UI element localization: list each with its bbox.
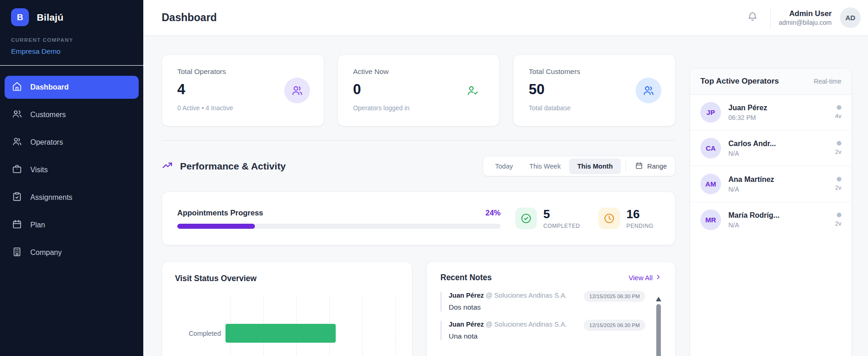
calendar-icon [12, 219, 22, 231]
top-header: Dashboard Admin User admin@bilaju.com AD [143, 0, 868, 36]
avatar[interactable]: AD [840, 7, 861, 28]
building-icon [12, 247, 22, 259]
check-circle-icon [515, 208, 537, 229]
operator-status: 2v [835, 141, 841, 155]
clipboard-check-icon [12, 192, 22, 203]
note-author: Juan Pérez [449, 321, 484, 328]
sidebar-item-label: Plan [30, 221, 45, 229]
stat-card-total-operators: Total Operators 4 0 Active • 4 Inactive [162, 54, 324, 126]
page-title: Dashboard [162, 11, 217, 24]
operator-time: N/A [728, 150, 835, 157]
view-all-link[interactable]: View All [629, 274, 661, 282]
operator-avatar: CA [700, 138, 721, 158]
tabs-divider [626, 161, 626, 172]
progress-track [177, 224, 501, 229]
operator-info: Juan Pérez 06:32 PM [728, 104, 835, 121]
users-icon [12, 136, 22, 148]
header-actions: Admin User admin@bilaju.com AD [744, 7, 861, 28]
operator-time: 06:32 PM [728, 114, 835, 121]
operator-row[interactable]: CA Carlos Andr... N/A 2v [690, 130, 851, 166]
current-company-link[interactable]: Empresa Demo [11, 47, 132, 56]
note-timestamp: 12/15/2025 06:30 PM [584, 320, 645, 331]
progress-block: Appointments Progress 24% [177, 209, 501, 229]
completed-label: COMPLETED [543, 223, 580, 229]
note-text: Una nota [449, 332, 574, 340]
user-meta: Admin User admin@bilaju.com [779, 9, 832, 26]
sidebar-item-operators[interactable]: Operators [5, 131, 139, 154]
operator-visit-count: 2v [835, 220, 841, 227]
users-icon [284, 78, 310, 103]
operator-row[interactable]: MR María Rodríg... N/A 2v [690, 202, 851, 237]
view-all-label: View All [629, 274, 653, 282]
operators-panel-title: Top Active Operators [700, 77, 779, 86]
sidebar-item-assignments[interactable]: Assignments [5, 186, 139, 209]
sidebar-item-dashboard[interactable]: Dashboard [5, 76, 139, 99]
notes-header: Recent Notes View All [440, 273, 661, 283]
note-item[interactable]: Juan Pérez @ Soluciones Andinas S.A. Una… [440, 321, 661, 340]
note-text: Dos notas [449, 303, 574, 311]
status-dot-icon [837, 141, 841, 146]
sidebar-item-plan[interactable]: Plan [5, 214, 139, 237]
briefcase-icon [12, 164, 22, 176]
home-icon [12, 81, 22, 93]
sidebar-item-label: Company [30, 249, 62, 257]
operator-avatar: JP [700, 102, 721, 123]
tab-this-week[interactable]: This Week [521, 158, 569, 174]
operator-name: Carlos Andr... [728, 140, 835, 148]
operator-visit-count: 2v [835, 184, 841, 191]
operator-info: Carlos Andr... N/A [728, 140, 835, 157]
kpi-group: 5 COMPLETED 16 PENDING [515, 208, 654, 229]
realtime-badge: Real-time [814, 78, 841, 85]
operator-visit-count: 2v [835, 148, 841, 155]
progress-title-row: Appointments Progress 24% [177, 209, 501, 217]
note-meta: Juan Pérez @ Soluciones Andinas S.A. [449, 292, 574, 299]
operator-info: Ana Martínez N/A [728, 175, 835, 193]
sidebar-item-company[interactable]: Company [5, 241, 139, 264]
notifications-button[interactable] [744, 9, 762, 27]
performance-title-wrap: Performance & Activity [162, 160, 286, 173]
progress-title: Appointments Progress [177, 209, 263, 217]
operator-row[interactable]: AM Ana Martínez N/A 2v [690, 166, 851, 202]
notes-scrollbar[interactable] [656, 297, 661, 356]
sidebar-item-visits[interactable]: Visits [5, 158, 139, 181]
operator-visit-count: 4v [835, 113, 841, 119]
chevron-right-icon [655, 274, 661, 282]
note-company: @ Soluciones Andinas S.A. [486, 292, 567, 299]
visit-status-card: Visit Status Overview Co [162, 261, 412, 356]
completed-count: 5 [543, 208, 580, 220]
trending-up-icon [162, 160, 173, 173]
operator-row[interactable]: JP Juan Pérez 06:32 PM 4v [690, 95, 851, 130]
operator-name: Juan Pérez [728, 104, 835, 112]
chart-bar-completed [225, 324, 336, 343]
operator-time: N/A [728, 221, 835, 229]
operator-avatar: MR [700, 209, 721, 230]
header-divider [770, 8, 771, 28]
tab-today[interactable]: Today [487, 158, 521, 174]
sidebar-item-label: Assignments [30, 193, 73, 202]
note-meta: Juan Pérez @ Soluciones Andinas S.A. [449, 321, 574, 328]
visit-chart-title: Visit Status Overview [175, 274, 399, 283]
tab-this-month[interactable]: This Month [569, 158, 621, 174]
operator-info: María Rodríg... N/A [728, 211, 835, 229]
note-company: @ Soluciones Andinas S.A. [486, 321, 567, 328]
period-tabs: Today This Week This Month Range [483, 156, 676, 176]
kpi-completed: 5 COMPLETED [515, 208, 580, 229]
note-timestamp: 12/15/2025 06:30 PM [584, 291, 645, 302]
sidebar: B Bilajú CURRENT COMPANY Empresa Demo Da… [0, 0, 143, 356]
performance-section-header: Performance & Activity Today This Week T… [162, 156, 676, 176]
scroll-up-arrow-icon[interactable] [656, 297, 661, 301]
status-dot-icon [837, 177, 841, 181]
brand: B Bilajú [0, 0, 143, 33]
stat-label: Active Now [353, 68, 485, 76]
range-button[interactable]: Range [631, 158, 671, 175]
content-area: Total Operators 4 0 Active • 4 Inactive … [143, 36, 868, 356]
range-label: Range [647, 163, 667, 170]
sidebar-item-label: Visits [30, 166, 48, 174]
scrollbar-thumb[interactable] [656, 304, 661, 356]
operators-panel-header: Top Active Operators Real-time [690, 68, 851, 95]
user-name: Admin User [779, 9, 832, 18]
operator-status: 4v [835, 105, 841, 119]
note-item[interactable]: Juan Pérez @ Soluciones Andinas S.A. Dos… [440, 292, 661, 311]
sidebar-item-customers[interactable]: Customers [5, 103, 139, 126]
top-active-operators-panel: Top Active Operators Real-time JP Juan P… [690, 68, 852, 356]
